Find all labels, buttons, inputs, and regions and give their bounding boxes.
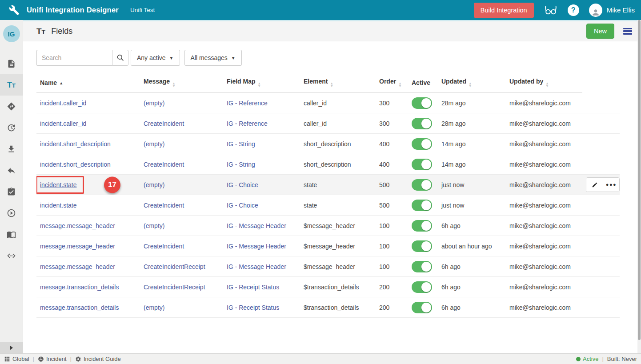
field-name-link[interactable]: incident.state [40, 181, 77, 188]
column-header-active: Active [408, 72, 438, 93]
column-header-updated[interactable]: Updated▲▼ [438, 72, 506, 93]
message-link[interactable]: CreateIncident [144, 161, 184, 168]
new-button[interactable]: New [586, 24, 614, 39]
message-link[interactable]: CreateIncident [144, 120, 184, 127]
message-link[interactable]: CreateIncident [144, 202, 184, 209]
field-name-highlight-box: incident.caller_id [40, 100, 86, 107]
active-toggle[interactable] [412, 118, 432, 129]
message-link[interactable]: (empty) [144, 100, 164, 107]
toggle-knob [421, 241, 431, 251]
status-label: Active [583, 356, 598, 362]
sidebar-item-tasks[interactable] [0, 181, 23, 202]
code-icon [7, 251, 16, 260]
message-link[interactable]: (empty) [144, 181, 164, 188]
field-map-link[interactable]: IG - String [227, 140, 255, 148]
toggle-knob [421, 221, 431, 231]
integration-selector[interactable]: Incident Guide [75, 356, 121, 362]
field-name-link[interactable]: incident.state [40, 202, 77, 209]
field-map-link[interactable]: IG - Message Header [227, 263, 286, 270]
sidebar-item-field-maps[interactable] [0, 96, 23, 117]
field-name-link[interactable]: incident.short_description [40, 161, 111, 168]
active-toggle[interactable] [412, 97, 432, 109]
field-map-link[interactable]: IG - Receipt Status [227, 284, 279, 291]
active-toggle[interactable] [412, 240, 432, 252]
sidebar: IG TT [0, 20, 23, 353]
message-link[interactable]: CreateIncidentReceipt [144, 263, 205, 270]
field-map-link[interactable]: IG - Choice [227, 181, 258, 188]
column-header-order[interactable]: Order▲▼ [376, 72, 408, 93]
updated-by-value: mike@sharelogic.com [509, 263, 571, 270]
order-value: 400 [379, 140, 389, 148]
active-toggle[interactable] [412, 220, 432, 232]
user-menu[interactable]: Mike Ellis [589, 4, 635, 17]
app-selector[interactable]: Incident [38, 356, 67, 362]
active-toggle[interactable] [412, 159, 432, 170]
vertical-scrollbar[interactable] [637, 20, 641, 353]
menu-icon[interactable] [623, 28, 632, 35]
element-value: state [304, 202, 317, 209]
field-map-link[interactable]: IG - String [227, 161, 255, 168]
active-filter-dropdown[interactable]: Any active▼ [131, 50, 180, 66]
message-link[interactable]: (empty) [144, 304, 164, 311]
active-toggle[interactable] [412, 281, 432, 293]
sidebar-item-reply[interactable] [0, 160, 23, 181]
sidebar-item-scripts[interactable] [0, 245, 23, 266]
edit-button[interactable] [586, 178, 603, 192]
updated-by-value: mike@sharelogic.com [509, 161, 571, 168]
build-integration-button[interactable]: Build Integration [474, 3, 534, 18]
scope-selector[interactable]: Global [4, 356, 29, 362]
element-value: short_description [304, 161, 351, 168]
field-map-link[interactable]: IG - Message Header [227, 222, 286, 229]
field-name-link[interactable]: incident.caller_id [40, 100, 86, 107]
sidebar-item-download[interactable] [0, 138, 23, 160]
active-toggle[interactable] [412, 200, 432, 211]
sidebar-item-documentation[interactable] [0, 224, 23, 245]
incident-app-icon [38, 356, 44, 362]
search-icon [117, 54, 124, 61]
field-map-link[interactable]: IG - Choice [227, 202, 258, 209]
sidebar-item-history[interactable] [0, 117, 23, 138]
active-toggle[interactable] [412, 179, 432, 191]
updated-value: just now [441, 181, 464, 188]
field-name-link[interactable]: message.message_header [40, 222, 115, 229]
column-header-updated-by[interactable]: Updated by▲▼ [506, 72, 582, 93]
preview-glasses-icon[interactable] [544, 5, 558, 16]
sidebar-item-run[interactable] [0, 202, 23, 224]
message-link[interactable]: CreateIncident [144, 243, 184, 250]
field-map-link[interactable]: IG - Reference [227, 120, 268, 127]
active-toggle[interactable] [412, 302, 432, 313]
active-toggle[interactable] [412, 138, 432, 150]
message-link[interactable]: CreateIncidentReceipt [144, 284, 205, 291]
field-name-link[interactable]: incident.caller_id [40, 120, 86, 127]
active-toggle[interactable] [412, 261, 432, 272]
field-name-link[interactable]: message.transaction_details [40, 304, 119, 311]
field-name-link[interactable]: message.transaction_details [40, 284, 119, 291]
field-map-link[interactable]: IG - Receipt Status [227, 304, 279, 311]
sidebar-collapse-button[interactable] [0, 342, 23, 353]
updated-value: 14m ago [441, 161, 465, 168]
help-icon[interactable]: ? [568, 4, 579, 16]
column-header-field-map[interactable]: Field Map▲▼ [223, 72, 300, 93]
field-map-link[interactable]: IG - Reference [227, 100, 268, 107]
column-header-element[interactable]: Element▲▼ [300, 72, 376, 93]
column-header-message[interactable]: Message▲▼ [140, 72, 223, 93]
search-button[interactable] [112, 50, 128, 66]
field-name-link[interactable]: message.message_header [40, 243, 115, 250]
field-name-link[interactable]: message.message_header [40, 263, 115, 270]
more-actions-button[interactable]: ●●● [603, 178, 619, 192]
scrollbar-thumb[interactable] [638, 20, 641, 340]
message-link[interactable]: (empty) [144, 140, 164, 148]
search-input[interactable] [36, 50, 112, 66]
field-name-link[interactable]: incident.short_description [40, 140, 111, 148]
messages-filter-dropdown[interactable]: All messages▼ [184, 50, 242, 66]
sidebar-item-fields[interactable]: TT [0, 74, 23, 96]
integration-badge[interactable]: IG [3, 25, 20, 42]
field-map-link[interactable]: IG - Message Header [227, 243, 286, 250]
message-link[interactable]: (empty) [144, 222, 164, 229]
column-header-name[interactable]: Name▲ [36, 72, 140, 93]
element-value: $message_header [304, 263, 355, 270]
field-name-highlight-box: incident.caller_id [40, 120, 86, 127]
integration-name[interactable]: Unifi Test [130, 7, 155, 13]
updated-value: 6h ago [441, 222, 461, 229]
sidebar-item-documents[interactable] [0, 53, 23, 74]
